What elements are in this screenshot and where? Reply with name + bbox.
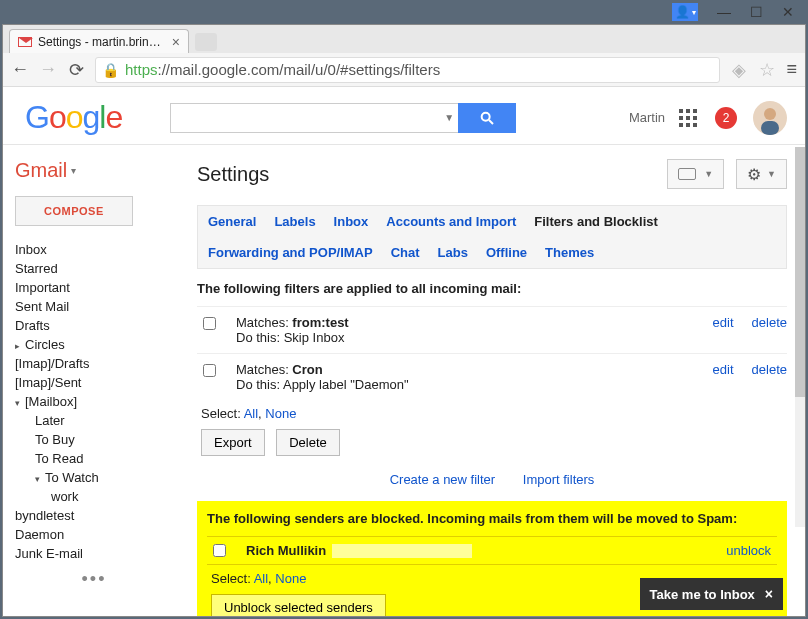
svg-point-0 [482, 112, 490, 120]
page-content: Google ▼ Martin 2 Gmail▾ COMPOSE Inbo [3, 87, 805, 616]
scrollbar-track[interactable] [795, 147, 805, 527]
sidebar-item-label: Junk E-mail [15, 546, 83, 561]
search-input[interactable] [170, 103, 440, 133]
unblock-link[interactable]: unblock [726, 543, 771, 558]
compose-button[interactable]: COMPOSE [15, 196, 133, 226]
tab-general[interactable]: General [208, 214, 256, 229]
sidebar-item[interactable]: ▾[Mailbox] [15, 392, 173, 411]
tab-title: Settings - martin.brinkma… [38, 35, 166, 49]
sidebar-item[interactable]: To Read [15, 449, 173, 468]
sidebar-item[interactable]: Starred [15, 259, 173, 278]
os-maximize-button[interactable]: ☐ [742, 2, 770, 22]
tab-chat[interactable]: Chat [391, 245, 420, 260]
sidebar-item[interactable]: Sent Mail [15, 297, 173, 316]
settings-gear-button[interactable]: ⚙▼ [736, 159, 787, 189]
filter-checkbox[interactable] [203, 317, 216, 330]
tab-filters[interactable]: Filters and Blocklist [534, 214, 658, 229]
user-name[interactable]: Martin [629, 110, 665, 125]
filter-row: Matches: CronDo this: Apply label "Daemo… [197, 353, 787, 400]
tab-close-icon[interactable]: × [172, 34, 180, 50]
sidebar-more[interactable]: ••• [15, 563, 173, 596]
forward-button[interactable]: → [39, 59, 57, 80]
blocked-checkbox[interactable] [213, 544, 226, 557]
sidebar-item[interactable]: Inbox [15, 240, 173, 259]
filter-delete-link[interactable]: delete [752, 362, 787, 377]
sidebar-item-label: work [51, 489, 78, 504]
back-button[interactable]: ← [11, 59, 29, 80]
apps-icon[interactable] [679, 109, 697, 127]
create-filter-link[interactable]: Create a new filter [390, 472, 496, 487]
filter-checkbox[interactable] [203, 364, 216, 377]
sidebar: Gmail▾ COMPOSE InboxStarredImportantSent… [3, 145, 173, 616]
tab-offline[interactable]: Offline [486, 245, 527, 260]
os-profile-badge[interactable]: 👤▾ [672, 3, 698, 21]
filter-delete-link[interactable]: delete [752, 315, 787, 330]
sidebar-item[interactable]: To Buy [15, 430, 173, 449]
folder-list: InboxStarredImportantSent MailDrafts▸Cir… [15, 240, 173, 563]
select-none-link[interactable]: None [265, 406, 296, 421]
avatar[interactable] [753, 101, 787, 135]
select-all-link[interactable]: All [244, 406, 258, 421]
tab-forwarding[interactable]: Forwarding and POP/IMAP [208, 245, 373, 260]
filter-row: Matches: from:testDo this: Skip Inboxedi… [197, 306, 787, 353]
filters-heading: The following filters are applied to all… [197, 281, 787, 296]
unblock-selected-button[interactable]: Unblock selected senders [211, 594, 386, 616]
blocked-heading: The following senders are blocked. Incom… [207, 511, 777, 526]
tab-labs[interactable]: Labs [438, 245, 468, 260]
filter-body: Matches: from:testDo this: Skip Inbox [236, 315, 695, 345]
sidebar-item[interactable]: Junk E-mail [15, 544, 173, 563]
sidebar-item[interactable]: Later [15, 411, 173, 430]
notifications-badge[interactable]: 2 [715, 107, 737, 129]
sidebar-item-label: To Read [35, 451, 83, 466]
sidebar-item[interactable]: Daemon [15, 525, 173, 544]
scrollbar-thumb[interactable] [795, 147, 805, 397]
sidebar-item[interactable]: work [15, 487, 173, 506]
sidebar-item-label: Starred [15, 261, 58, 276]
sidebar-item-label: To Watch [45, 470, 99, 485]
sidebar-item-label: Drafts [15, 318, 50, 333]
sidebar-item-label: [Mailbox] [25, 394, 77, 409]
import-filters-link[interactable]: Import filters [523, 472, 595, 487]
gear-icon: ⚙ [747, 165, 761, 184]
page-action-icon[interactable]: ◈ [730, 59, 748, 81]
inbox-toast[interactable]: Take me to Inbox × [640, 578, 783, 610]
gmail-brand[interactable]: Gmail▾ [15, 159, 173, 182]
filter-edit-link[interactable]: edit [713, 315, 734, 330]
os-close-button[interactable]: ✕ [774, 2, 802, 22]
sidebar-item[interactable]: Important [15, 278, 173, 297]
google-logo[interactable]: Google [25, 99, 122, 136]
os-minimize-button[interactable]: — [710, 2, 738, 22]
gmail-header: Google ▼ Martin 2 [3, 87, 805, 144]
toast-text: Take me to Inbox [650, 587, 755, 602]
sidebar-item[interactable]: ▾To Watch [15, 468, 173, 487]
search-button[interactable] [458, 103, 516, 133]
svg-rect-3 [761, 121, 779, 135]
chrome-menu-icon[interactable]: ≡ [786, 59, 797, 80]
sidebar-item[interactable]: [Imap]/Drafts [15, 354, 173, 373]
blocked-select-all-link[interactable]: All [254, 571, 268, 586]
os-titlebar: 👤▾ — ☐ ✕ [0, 0, 808, 24]
sidebar-item[interactable]: [Imap]/Sent [15, 373, 173, 392]
address-bar: ← → ⟳ 🔒 https://mail.google.com/mail/u/0… [3, 53, 805, 87]
sidebar-item[interactable]: Drafts [15, 316, 173, 335]
tab-accounts[interactable]: Accounts and Import [386, 214, 516, 229]
bookmark-icon[interactable]: ☆ [758, 59, 776, 81]
delete-button[interactable]: Delete [276, 429, 340, 456]
browser-tab[interactable]: Settings - martin.brinkma… × [9, 29, 189, 53]
search-options-dropdown[interactable]: ▼ [440, 103, 458, 133]
sidebar-item[interactable]: byndletest [15, 506, 173, 525]
sidebar-item-label: Later [35, 413, 65, 428]
input-tools-button[interactable]: ▼ [667, 159, 724, 189]
filter-edit-link[interactable]: edit [713, 362, 734, 377]
blocked-select-none-link[interactable]: None [275, 571, 306, 586]
export-button[interactable]: Export [201, 429, 265, 456]
sidebar-item-label: Sent Mail [15, 299, 69, 314]
tab-labels[interactable]: Labels [274, 214, 315, 229]
tab-inbox[interactable]: Inbox [334, 214, 369, 229]
new-tab-button[interactable] [195, 33, 217, 51]
tab-themes[interactable]: Themes [545, 245, 594, 260]
reload-button[interactable]: ⟳ [67, 59, 85, 81]
url-input[interactable]: 🔒 https://mail.google.com/mail/u/0/#sett… [95, 57, 720, 83]
sidebar-item[interactable]: ▸Circles [15, 335, 173, 354]
toast-close-icon[interactable]: × [765, 586, 773, 602]
